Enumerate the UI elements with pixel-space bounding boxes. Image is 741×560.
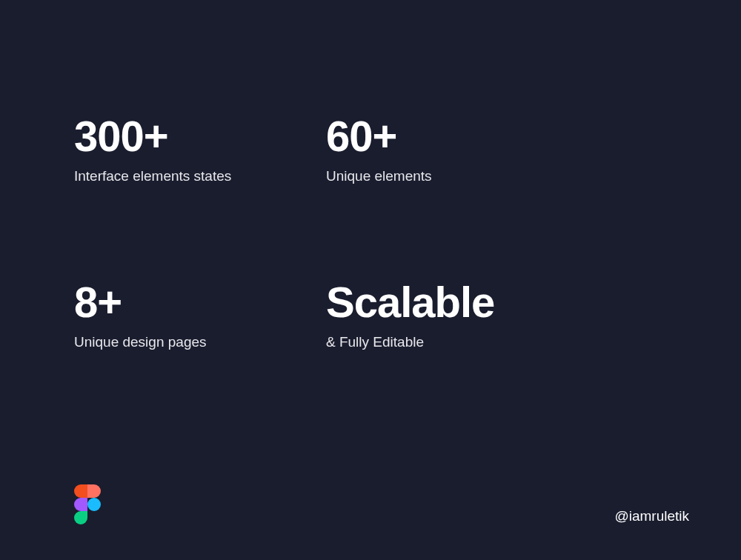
footer: @iamruletik (74, 484, 689, 524)
stat-value: 8+ (74, 281, 326, 324)
stats-grid: 300+ Interface elements states 60+ Uniqu… (74, 115, 578, 350)
stat-label: Unique elements (326, 168, 578, 184)
stat-block-scalable: Scalable & Fully Editable (326, 281, 578, 350)
stat-value: 60+ (326, 115, 578, 158)
svg-point-0 (87, 498, 101, 511)
stat-block-unique-elements: 60+ Unique elements (326, 115, 578, 184)
stat-value: 300+ (74, 115, 326, 158)
author-handle: @iamruletik (614, 508, 689, 524)
stat-block-elements-states: 300+ Interface elements states (74, 115, 326, 184)
stat-label: Interface elements states (74, 168, 326, 184)
stat-value: Scalable (326, 281, 578, 324)
stat-block-design-pages: 8+ Unique design pages (74, 281, 326, 350)
figma-logo-icon (74, 484, 101, 524)
stat-label: Unique design pages (74, 334, 326, 350)
stat-label: & Fully Editable (326, 334, 578, 350)
